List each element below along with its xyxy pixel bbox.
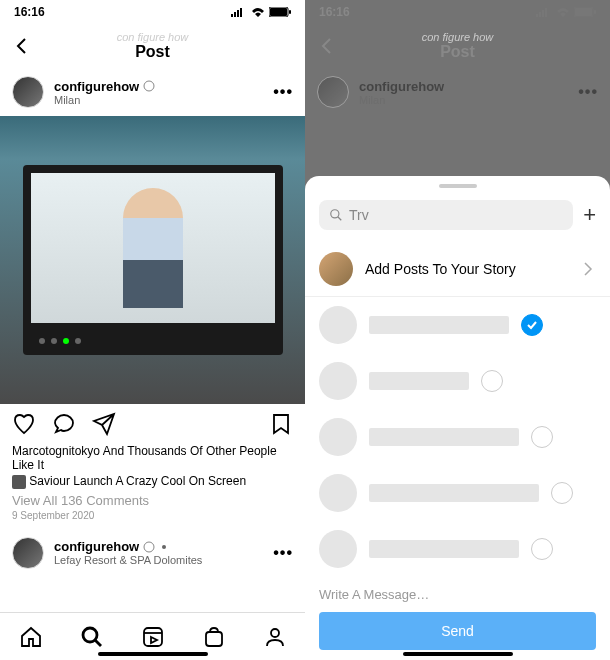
avatar <box>317 76 349 108</box>
radio-unchecked[interactable] <box>531 538 553 560</box>
post-header: configurehow Milan ••• <box>0 68 305 116</box>
more-button[interactable]: ••• <box>273 544 293 562</box>
location: Milan <box>359 94 568 106</box>
wifi-icon <box>556 7 570 17</box>
home-indicator[interactable] <box>403 652 513 656</box>
recipient-avatar <box>319 418 357 456</box>
svg-point-23 <box>331 210 339 218</box>
header: con figure how Post <box>0 24 305 68</box>
recipient-row[interactable] <box>305 297 610 353</box>
left-screen: 16:16 con figure how Post configurehow M… <box>0 0 305 660</box>
recipient-avatar <box>319 362 357 400</box>
add-to-story[interactable]: Add Posts To Your Story <box>305 242 610 297</box>
recipient-name <box>369 484 539 502</box>
radio-unchecked[interactable] <box>481 370 503 392</box>
recipient-name <box>369 540 519 558</box>
caption: Saviour Launch A Crazy Cool On Screen <box>12 474 293 489</box>
recipient-name <box>369 372 469 390</box>
bookmark-icon[interactable] <box>269 412 293 436</box>
caption-icon <box>12 475 26 489</box>
search-icon <box>329 208 343 222</box>
status-icons <box>536 7 596 17</box>
post-image[interactable] <box>0 116 305 404</box>
post-header: configurehow Milan ••• <box>305 68 610 116</box>
share-sheet: Trv + Add Posts To Your Story <box>305 176 610 660</box>
home-indicator[interactable] <box>98 652 208 656</box>
battery-icon <box>269 7 291 17</box>
status-time: 16:16 <box>319 5 350 19</box>
status-bar: 16:16 <box>305 0 610 24</box>
view-comments[interactable]: View All 136 Comments <box>12 493 293 508</box>
right-screen: 16:16 con figure how Post configurehow M… <box>305 0 610 660</box>
dot-icon <box>159 542 169 552</box>
svg-rect-1 <box>234 12 236 17</box>
post2-header: configurehow Lefay Resort & SPA Dolomite… <box>0 529 305 577</box>
header-title: Post <box>0 43 305 61</box>
reels-icon[interactable] <box>141 625 165 649</box>
search-input[interactable]: Trv <box>319 200 573 230</box>
svg-rect-16 <box>536 14 538 17</box>
username: configurehow <box>359 79 568 94</box>
grabber[interactable] <box>439 184 477 188</box>
signal-icon <box>231 7 247 17</box>
story-label: Add Posts To Your Story <box>365 261 568 277</box>
username[interactable]: configurehow <box>54 79 263 94</box>
radio-checked[interactable] <box>521 314 543 336</box>
post-body: Marcotognitokyo And Thousands Of Other P… <box>0 444 305 521</box>
likes-text[interactable]: Marcotognitokyo And Thousands Of Other P… <box>12 444 293 472</box>
radio-unchecked[interactable] <box>531 426 553 448</box>
comment-icon[interactable] <box>52 412 76 436</box>
share-icon[interactable] <box>92 412 116 436</box>
recipient-name <box>369 428 519 446</box>
home-icon[interactable] <box>19 625 43 649</box>
location[interactable]: Milan <box>54 94 263 106</box>
recipient-avatar <box>319 530 357 568</box>
recipient-row[interactable] <box>305 409 610 465</box>
shop-icon[interactable] <box>202 625 226 649</box>
svg-rect-14 <box>206 632 222 646</box>
svg-rect-21 <box>575 8 592 16</box>
like-icon[interactable] <box>12 412 36 436</box>
watermark: con figure how <box>305 31 610 43</box>
svg-rect-5 <box>270 8 287 16</box>
back-button[interactable] <box>0 24 44 68</box>
recipient-avatar <box>319 306 357 344</box>
status-bar: 16:16 <box>0 0 305 24</box>
avatar[interactable] <box>12 76 44 108</box>
add-button[interactable]: + <box>583 202 596 228</box>
more-button[interactable]: ••• <box>273 83 293 101</box>
recipient-name <box>369 316 509 334</box>
message-input[interactable]: Write A Message… <box>305 577 610 612</box>
status-icons <box>231 7 291 17</box>
recipient-row[interactable] <box>305 521 610 577</box>
signal-icon <box>536 7 552 17</box>
more-button: ••• <box>578 83 598 101</box>
avatar[interactable] <box>12 537 44 569</box>
watermark: con figure how <box>0 31 305 43</box>
profile-icon[interactable] <box>263 625 287 649</box>
svg-point-7 <box>144 81 154 91</box>
verified-icon <box>143 80 155 92</box>
back-button[interactable] <box>305 24 349 68</box>
recipient-row[interactable] <box>305 353 610 409</box>
username[interactable]: configurehow <box>54 539 263 554</box>
post-actions <box>0 404 305 444</box>
search-icon[interactable] <box>80 625 104 649</box>
recipient-row[interactable] <box>305 465 610 521</box>
svg-rect-3 <box>240 8 242 17</box>
radio-unchecked[interactable] <box>551 482 573 504</box>
svg-rect-6 <box>289 10 291 14</box>
send-button[interactable]: Send <box>319 612 596 650</box>
post-date: 9 September 2020 <box>12 510 293 521</box>
recipient-avatar <box>319 474 357 512</box>
chevron-right-icon <box>580 261 596 277</box>
header-title: Post <box>305 43 610 61</box>
svg-rect-17 <box>539 12 541 17</box>
svg-rect-22 <box>594 10 596 14</box>
location[interactable]: Lefay Resort & SPA Dolomites <box>54 554 263 566</box>
svg-point-9 <box>162 545 166 549</box>
svg-rect-0 <box>231 14 233 17</box>
battery-icon <box>574 7 596 17</box>
svg-line-24 <box>338 217 342 221</box>
verified-icon <box>143 541 155 553</box>
